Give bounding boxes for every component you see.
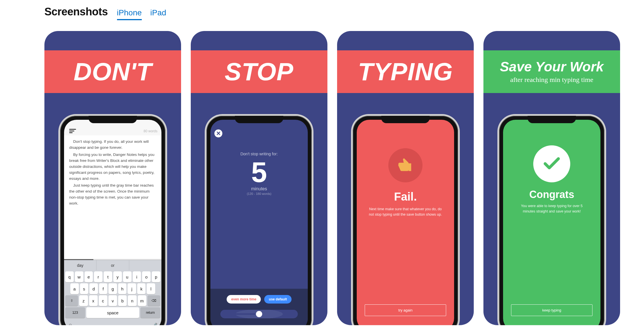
phone-screen-congrats: Congrats You were able to keep typing fo…: [503, 120, 600, 325]
key[interactable]: v: [108, 295, 117, 306]
key[interactable]: f: [99, 283, 108, 294]
fail-title: Fail.: [394, 190, 417, 203]
screenshot-1[interactable]: DON'T 80 words Don't stop typing. If you…: [44, 31, 181, 325]
success-icon-circle: [533, 145, 570, 182]
key[interactable]: k: [137, 283, 146, 294]
banner: DON'T: [44, 50, 181, 93]
timer-value: 5: [251, 158, 267, 186]
phone-device: Congrats You were able to keep typing fo…: [499, 116, 604, 325]
time-slider[interactable]: [220, 310, 298, 318]
key[interactable]: z: [79, 295, 88, 306]
paragraph: Just keep typing until the gray time bar…: [69, 183, 156, 207]
use-default-button[interactable]: use default: [264, 295, 291, 304]
key[interactable]: g: [108, 283, 117, 294]
fail-icon-circle: [388, 148, 423, 182]
timer-prompt: Don't stop writing for:: [240, 152, 278, 156]
banner-text: STOP: [225, 59, 294, 84]
key[interactable]: p: [152, 271, 160, 282]
key[interactable]: c: [99, 295, 107, 306]
phone-screen-fail: Fail. Next time make sure that whatever …: [357, 120, 454, 325]
keyboard-suggestions[interactable]: day or: [64, 260, 161, 270]
banner: STOP: [191, 50, 327, 93]
key[interactable]: r: [94, 271, 102, 282]
word-range: (120 - 180 words): [247, 192, 271, 195]
key[interactable]: b: [118, 295, 127, 306]
phone-device: 80 words Don't stop typing. If you do, a…: [60, 116, 165, 325]
editor-body[interactable]: Don't stop typing. If you do, all your w…: [64, 135, 161, 259]
key[interactable]: o: [142, 271, 151, 282]
congrats-title: Congrats: [529, 189, 574, 201]
mic-icon[interactable]: 🎤: [152, 323, 157, 325]
keep-typing-button[interactable]: keep typing: [511, 304, 592, 316]
key[interactable]: d: [89, 283, 98, 294]
screenshot-3[interactable]: TYPING Fail. Next time make sure that wh…: [337, 31, 474, 325]
timer-controls: even more time use default: [210, 289, 308, 325]
key[interactable]: x: [89, 295, 98, 306]
suggestion[interactable]: or: [97, 260, 129, 270]
banner: Save Your Work after reaching min typing…: [483, 50, 620, 93]
key[interactable]: q: [65, 271, 74, 282]
phone-screen-editor: 80 words Don't stop typing. If you do, a…: [64, 120, 161, 325]
key[interactable]: u: [123, 271, 132, 282]
phone-screen-timer: ✕ Don't stop writing for: 5 minutes (120…: [210, 120, 308, 325]
timer-unit: minutes: [251, 186, 267, 191]
key[interactable]: l: [147, 283, 155, 294]
time-progress-bar: [64, 259, 161, 260]
tab-iphone[interactable]: iPhone: [117, 8, 142, 20]
notch: [235, 116, 283, 123]
banner-text: DON'T: [73, 59, 152, 84]
thumbs-down-icon: [398, 157, 413, 174]
banner-title: Save Your Work: [500, 60, 604, 74]
key[interactable]: h: [118, 283, 127, 294]
key[interactable]: i: [133, 271, 141, 282]
key[interactable]: w: [75, 271, 83, 282]
notch: [381, 116, 430, 123]
ios-keyboard[interactable]: qwertyuiop asdfghjkl ⇧ zxcvbnm ⌫ 123: [64, 270, 161, 321]
suggestion[interactable]: day: [64, 260, 97, 270]
shift-key[interactable]: ⇧: [65, 295, 78, 306]
screenshot-4[interactable]: Save Your Work after reaching min typing…: [483, 31, 620, 325]
checkmark-icon: [542, 153, 562, 174]
try-again-button[interactable]: try again: [365, 304, 446, 316]
fail-message: Next time make sure that whatever you do…: [357, 207, 454, 218]
key[interactable]: e: [85, 271, 93, 282]
key[interactable]: m: [138, 295, 146, 306]
device-tabs: iPhone iPad: [117, 8, 166, 20]
return-key[interactable]: return: [140, 307, 160, 318]
key[interactable]: j: [128, 283, 136, 294]
key[interactable]: s: [80, 283, 89, 294]
phone-device: ✕ Don't stop writing for: 5 minutes (120…: [206, 116, 312, 325]
menu-icon[interactable]: [68, 129, 76, 133]
key[interactable]: t: [104, 271, 112, 282]
close-icon[interactable]: ✕: [214, 129, 222, 137]
banner: TYPING: [337, 50, 474, 93]
paragraph: By forcing you to write, Danger Notes he…: [69, 152, 156, 182]
screenshot-gallery[interactable]: DON'T 80 words Don't stop typing. If you…: [0, 22, 644, 325]
banner-subtitle: after reaching min typing time: [510, 76, 593, 84]
paragraph: Don't stop typing. If you do, all your w…: [69, 139, 156, 151]
banner-text: TYPING: [358, 59, 453, 84]
phone-device: Fail. Next time make sure that whatever …: [353, 116, 458, 325]
screenshot-2[interactable]: STOP ✕ Don't stop writing for: 5 minutes…: [191, 31, 327, 325]
delete-key[interactable]: ⌫: [147, 295, 160, 306]
more-time-button[interactable]: even more time: [227, 295, 261, 304]
congrats-message: You were able to keep typing for over 5 …: [503, 203, 600, 214]
key[interactable]: n: [128, 295, 136, 306]
section-title: Screenshots: [44, 6, 108, 18]
key[interactable]: a: [70, 283, 79, 294]
screenshots-header: Screenshots iPhone iPad: [0, 0, 644, 22]
notch: [89, 116, 137, 123]
word-count: 80 words: [143, 129, 157, 133]
suggestion[interactable]: [129, 260, 161, 270]
notch: [528, 116, 576, 123]
space-key[interactable]: space: [86, 307, 139, 318]
key[interactable]: y: [113, 271, 122, 282]
slider-handle[interactable]: [256, 311, 262, 317]
numbers-key[interactable]: 123: [65, 307, 85, 318]
emoji-icon[interactable]: ☺: [68, 323, 73, 325]
tab-ipad[interactable]: iPad: [150, 8, 166, 20]
